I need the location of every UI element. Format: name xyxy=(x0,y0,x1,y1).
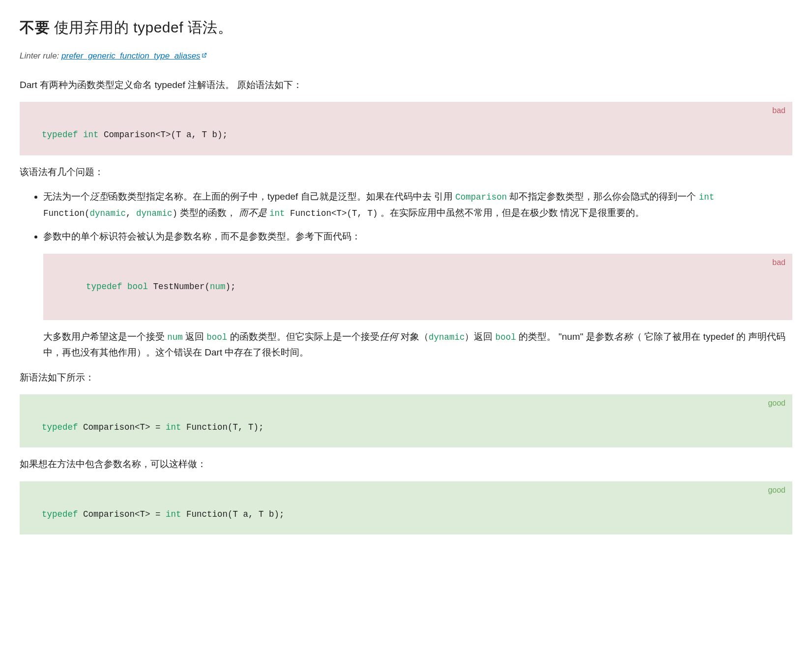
code-keyword: typedef xyxy=(86,282,122,292)
param-names-paragraph: 如果想在方法中包含参数名称，可以这样做： xyxy=(20,456,792,472)
code-label-good: good xyxy=(768,484,785,496)
code-text: TestNumber( xyxy=(148,282,210,292)
code-keyword: typedef xyxy=(42,509,78,519)
bullet-2-after: 大多数用户希望这是一个接受 num 返回 bool 的函数类型。但它实际上是一个… xyxy=(43,329,792,361)
code-text: Comparison<T> = xyxy=(78,509,166,519)
code-text: ); xyxy=(226,282,236,292)
code-keyword: int xyxy=(166,422,181,432)
code-block-good-1: goodtypedef Comparison<T> = int Function… xyxy=(20,394,792,448)
code-text: Function(T a, T b); xyxy=(181,509,285,519)
bullet-1-text: 无法为一个泛型函数类型指定名称。在上面的例子中，typedef 自己就是泛型。如… xyxy=(43,189,792,221)
list-item: 参数中的单个标识符会被认为是参数名称，而不是参数类型。参考下面代码： badty… xyxy=(43,229,792,360)
new-syntax-paragraph: 新语法如下所示： xyxy=(20,370,792,385)
code-block-bad-2: badtypedef bool TestNumber(num); xyxy=(43,254,792,320)
italic-term: 泛型 xyxy=(90,191,109,202)
inline-code: num xyxy=(167,332,183,342)
intro-paragraph: Dart 有两种为函数类型定义命名 typedef 注解语法。 原始语法如下： xyxy=(20,77,792,93)
inline-code: int Function<T>(T, T) xyxy=(269,208,378,218)
external-link-icon xyxy=(202,49,207,54)
italic-term: 任何 xyxy=(379,331,398,342)
code-label-good: good xyxy=(768,397,785,409)
code-keyword: bool xyxy=(127,282,148,292)
code-keyword: typedef xyxy=(42,130,78,140)
linter-prefix: Linter rule: xyxy=(20,51,61,60)
inline-code: bool xyxy=(495,332,516,342)
section-heading: 不要 使用弃用的 typedef 语法。 xyxy=(20,15,792,40)
italic-term: 名称 xyxy=(614,331,633,342)
code-label-bad: bad xyxy=(772,105,785,117)
inline-code: bool xyxy=(206,332,227,342)
list-item: 无法为一个泛型函数类型指定名称。在上面的例子中，typedef 自己就是泛型。如… xyxy=(43,189,792,221)
code-block-bad-1: badtypedef int Comparison<T>(T a, T b); xyxy=(20,102,792,155)
problems-paragraph: 该语法有几个问题： xyxy=(20,164,792,180)
linter-rule-line: Linter rule: prefer_generic_function_typ… xyxy=(20,49,792,63)
heading-emphasis: 不要 xyxy=(20,19,50,35)
bullet-2-lead: 参数中的单个标识符会被认为是参数名称，而不是参数类型。参考下面代码： xyxy=(43,229,792,244)
code-block-good-2: goodtypedef Comparison<T> = int Function… xyxy=(20,481,792,535)
code-text: Function(T, T); xyxy=(181,422,264,432)
code-keyword: num xyxy=(210,282,226,292)
code-keyword: int xyxy=(83,130,99,140)
heading-rest: 使用弃用的 typedef 语法。 xyxy=(50,19,232,35)
code-text: Comparison<T> = xyxy=(78,422,166,432)
code-keyword: int xyxy=(166,509,181,519)
code-keyword: typedef xyxy=(42,422,78,432)
inline-code: dynamic xyxy=(429,332,465,342)
inline-code: Comparison xyxy=(455,192,507,202)
italic-term: 而不是 xyxy=(239,207,267,218)
linter-rule-link[interactable]: prefer_generic_function_type_aliases xyxy=(61,51,201,60)
problems-list: 无法为一个泛型函数类型指定名称。在上面的例子中，typedef 自己就是泛型。如… xyxy=(20,189,792,361)
code-label-bad: bad xyxy=(772,257,785,268)
code-text: Comparison<T>(T a, T b); xyxy=(99,130,228,140)
